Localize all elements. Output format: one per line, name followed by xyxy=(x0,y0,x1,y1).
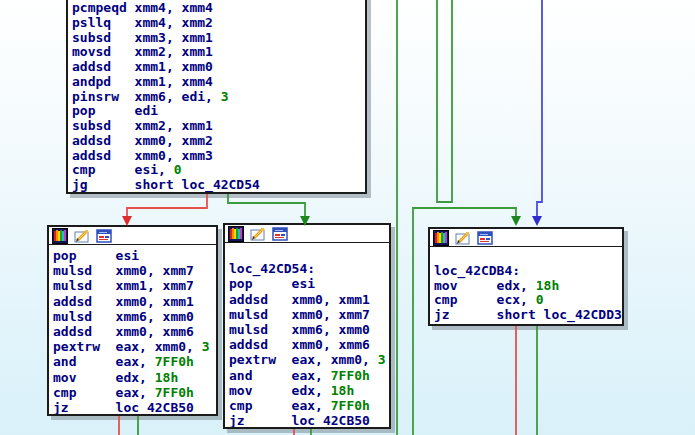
asm-line[interactable]: andpd xmm1, xmm4 xyxy=(72,75,365,90)
edge-false-branch-red xyxy=(127,194,207,217)
open-window-icon[interactable] xyxy=(96,228,112,244)
asm-line[interactable]: loc_42CDB4: xyxy=(434,264,622,279)
edge-hairpin-green xyxy=(437,0,452,202)
basic-block-loc-42CDB4[interactable]: loc_42CDB4:mov edx, 18hcmp ecx, 0jz shor… xyxy=(428,227,624,326)
asm-line[interactable]: addsd xmm0, xmm2 xyxy=(72,134,365,149)
asm-line[interactable]: mov edx, 18h xyxy=(434,279,622,294)
color-palette-icon[interactable] xyxy=(52,228,68,244)
asm-line[interactable]: pextrw eax, xmm0, 3 xyxy=(229,352,389,367)
asm-line[interactable]: jz short loc_42CDD3 xyxy=(434,308,622,323)
asm-line[interactable]: addsd xmm0, xmm1 xyxy=(229,292,389,307)
asm-line[interactable]: and eax, 7FF0h xyxy=(53,354,216,369)
asm-line[interactable]: mulsd xmm6, xmm0 xyxy=(53,309,216,324)
block-code: loc_42CDB4:mov edx, 18hcmp ecx, 0jz shor… xyxy=(430,247,622,323)
asm-line[interactable]: mov edx, 18h xyxy=(53,370,216,385)
asm-line[interactable] xyxy=(434,249,622,264)
asm-line[interactable]: mulsd xmm6, xmm0 xyxy=(229,322,389,337)
asm-line[interactable]: subsd xmm3, xmm1 xyxy=(72,31,365,46)
asm-line[interactable]: mulsd xmm0, xmm7 xyxy=(53,263,216,278)
asm-line[interactable]: psllq xmm4, xmm2 xyxy=(72,16,365,31)
edit-node-icon[interactable] xyxy=(74,228,90,244)
asm-line[interactable]: addsd xmm0, xmm3 xyxy=(72,149,365,164)
asm-line[interactable]: mulsd xmm0, xmm7 xyxy=(229,307,389,322)
edge-incoming-blue xyxy=(537,0,542,217)
color-palette-icon[interactable] xyxy=(228,226,244,242)
asm-line[interactable]: pop esi xyxy=(53,248,216,263)
asm-line[interactable]: cmp ecx, 0 xyxy=(434,293,622,308)
asm-line[interactable]: loc_42CD54: xyxy=(229,261,389,276)
arrowhead-green-right xyxy=(511,216,521,226)
asm-line[interactable]: movsd xmm2, xmm1 xyxy=(72,45,365,60)
basic-block-left[interactable]: pop esimulsd xmm0, xmm7mulsd xmm1, xmm7a… xyxy=(47,225,218,416)
block-titlebar xyxy=(225,225,389,243)
asm-line[interactable]: jz loc_42CB50 xyxy=(229,413,389,428)
asm-line[interactable]: mulsd xmm1, xmm7 xyxy=(53,278,216,293)
asm-line[interactable]: pextrw eax, xmm0, 3 xyxy=(53,339,216,354)
asm-line[interactable]: subsd xmm2, xmm1 xyxy=(72,119,365,134)
asm-line[interactable]: cmp esi, 0 xyxy=(72,163,365,178)
block-code: loc_42CD54:pop esiaddsd xmm0, xmm1mulsd … xyxy=(225,243,389,428)
asm-line[interactable]: mov edx, 18h xyxy=(229,383,389,398)
asm-line[interactable]: pcmpeqd xmm4, xmm4 xyxy=(72,1,365,16)
basic-block-top[interactable]: pcmpeqd xmm4, xmm4psllq xmm4, xmm2subsd … xyxy=(66,0,367,194)
open-window-icon[interactable] xyxy=(477,230,493,246)
edit-node-icon[interactable] xyxy=(250,226,266,242)
graph-canvas[interactable]: pcmpeqd xmm4, xmm4psllq xmm4, xmm2subsd … xyxy=(0,0,695,435)
asm-line[interactable]: jz loc_42CB50 xyxy=(53,400,216,415)
asm-line[interactable]: and eax, 7FF0h xyxy=(229,368,389,383)
block-code: pcmpeqd xmm4, xmm4psllq xmm4, xmm2subsd … xyxy=(68,0,365,193)
asm-line[interactable]: addsd xmm0, xmm6 xyxy=(229,337,389,352)
asm-line[interactable]: pop edi xyxy=(72,104,365,119)
asm-line[interactable]: addsd xmm1, xmm0 xyxy=(72,60,365,75)
block-titlebar xyxy=(430,229,622,247)
asm-line[interactable]: cmp eax, 7FF0h xyxy=(53,385,216,400)
basic-block-loc-42CD54[interactable]: loc_42CD54:pop esiaddsd xmm0, xmm1mulsd … xyxy=(223,223,391,429)
asm-line[interactable]: cmp eax, 7FF0h xyxy=(229,398,389,413)
block-code: pop esimulsd xmm0, xmm7mulsd xmm1, xmm7a… xyxy=(49,245,216,415)
asm-line[interactable]: pinsrw xmm6, edi, 3 xyxy=(72,90,365,105)
asm-line[interactable]: pop esi xyxy=(229,276,389,291)
edit-node-icon[interactable] xyxy=(455,230,471,246)
open-window-icon[interactable] xyxy=(272,226,288,242)
edge-true-branch-green xyxy=(228,194,305,217)
asm-line[interactable] xyxy=(229,246,389,261)
block-titlebar xyxy=(49,227,216,245)
asm-line[interactable]: jg short loc_42CD54 xyxy=(72,178,365,193)
arrowhead-blue xyxy=(532,216,542,226)
color-palette-icon[interactable] xyxy=(433,230,449,246)
asm-line[interactable]: addsd xmm0, xmm1 xyxy=(53,294,216,309)
asm-line[interactable]: addsd xmm0, xmm6 xyxy=(53,324,216,339)
